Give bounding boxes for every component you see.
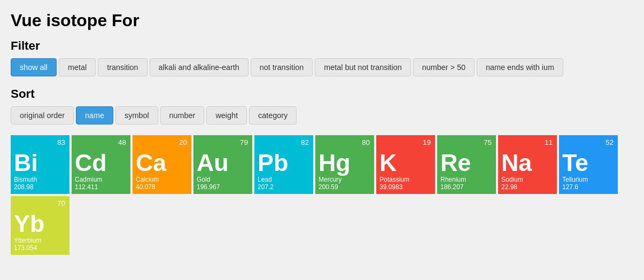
filter-btn-name-ends-ium[interactable]: name ends with ium	[477, 58, 563, 76]
element-name: Bismuth	[14, 176, 66, 183]
element-card: 20CaCalcium40.078	[133, 135, 191, 194]
element-number: 52	[606, 138, 614, 146]
element-symbol: Cd	[75, 151, 127, 175]
element-weight: 196.967	[197, 183, 249, 191]
element-symbol: Bi	[14, 151, 66, 175]
element-weight: 40.078	[136, 183, 188, 191]
element-symbol: Yb	[14, 212, 66, 236]
filter-btn-alkali[interactable]: alkali and alkaline-earth	[150, 58, 249, 76]
element-name: Cadmium	[75, 176, 127, 183]
element-weight: 207.2	[258, 183, 310, 191]
element-number: 75	[484, 138, 492, 146]
filter-label: Filter	[11, 39, 633, 53]
filter-btn-not-transition[interactable]: not transition	[251, 58, 313, 76]
element-number: 79	[240, 138, 248, 146]
filter-btn-number-gt-50[interactable]: number > 50	[413, 58, 475, 76]
element-name: Tellurium	[562, 176, 615, 183]
sort-section: Sort original ordernamesymbolnumberweigh…	[11, 87, 633, 125]
filter-btn-transition[interactable]: transition	[98, 58, 147, 76]
sort-buttons: original ordernamesymbolnumberweightcate…	[11, 106, 633, 125]
element-symbol: K	[379, 151, 432, 175]
element-number: 19	[423, 138, 431, 146]
element-number: 11	[545, 138, 553, 146]
element-symbol: Hg	[319, 151, 371, 175]
element-card: 70YbYtterbium173.054	[11, 196, 69, 255]
element-weight: 200.59	[319, 183, 371, 191]
element-symbol: Na	[501, 151, 554, 175]
sort-btn-symbol[interactable]: symbol	[115, 106, 158, 125]
element-number: 20	[179, 138, 187, 146]
element-symbol: Re	[440, 151, 493, 175]
sort-label: Sort	[11, 87, 633, 101]
element-name: Gold	[197, 176, 249, 183]
element-number: 70	[57, 199, 65, 207]
element-weight: 208.98	[14, 183, 66, 191]
element-name: Mercury	[319, 176, 371, 183]
sort-btn-category[interactable]: category	[249, 106, 297, 125]
element-symbol: Au	[197, 151, 249, 175]
element-symbol: Pb	[258, 151, 310, 175]
element-weight: 127.6	[562, 183, 615, 191]
element-card: 79AuGold196.967	[193, 135, 252, 194]
sort-btn-name[interactable]: name	[76, 106, 113, 125]
element-card: 48CdCadmium112.411	[72, 135, 130, 194]
sort-btn-number[interactable]: number	[160, 106, 205, 125]
element-number: 48	[118, 138, 126, 146]
elements-grid: 83BiBismuth208.9848CdCadmium112.41120CaC…	[11, 135, 633, 255]
filter-btn-metal[interactable]: metal	[59, 58, 96, 76]
element-card: 80HgMercury200.59	[315, 135, 374, 194]
element-number: 80	[362, 138, 370, 146]
element-card: 82PbLead207.2	[254, 135, 313, 194]
element-name: Potassium	[379, 176, 432, 183]
page-title: Vue isotope For	[11, 11, 633, 30]
element-weight: 173.054	[14, 244, 66, 252]
element-number: 82	[301, 138, 309, 146]
element-card: 11NaSodium22.98	[498, 135, 557, 194]
element-weight: 112.411	[75, 183, 127, 191]
element-name: Ytterbium	[14, 237, 66, 244]
element-name: Lead	[258, 176, 310, 183]
element-number: 83	[57, 138, 65, 146]
element-weight: 22.98	[501, 183, 554, 191]
sort-btn-original-order[interactable]: original order	[11, 106, 74, 125]
element-name: Sodium	[501, 176, 554, 183]
sort-btn-weight[interactable]: weight	[206, 106, 247, 125]
element-symbol: Ca	[136, 151, 188, 175]
filter-buttons: show allmetaltransitionalkali and alkali…	[11, 58, 633, 76]
element-card: 75ReRhenium186.207	[437, 135, 496, 194]
filter-section: Filter show allmetaltransitionalkali and…	[11, 39, 633, 76]
element-weight: 186.207	[440, 183, 493, 191]
element-weight: 39.0983	[379, 183, 432, 191]
element-name: Calcium	[136, 176, 188, 183]
element-symbol: Te	[562, 151, 615, 175]
element-card: 52TeTellurium127.6	[559, 135, 618, 194]
element-card: 83BiBismuth208.98	[11, 135, 69, 194]
element-card: 19KPotassium39.0983	[376, 135, 435, 194]
filter-btn-show-all[interactable]: show all	[11, 58, 57, 76]
filter-btn-metal-not-transition[interactable]: metal but not transition	[315, 58, 411, 76]
element-name: Rhenium	[440, 176, 493, 183]
